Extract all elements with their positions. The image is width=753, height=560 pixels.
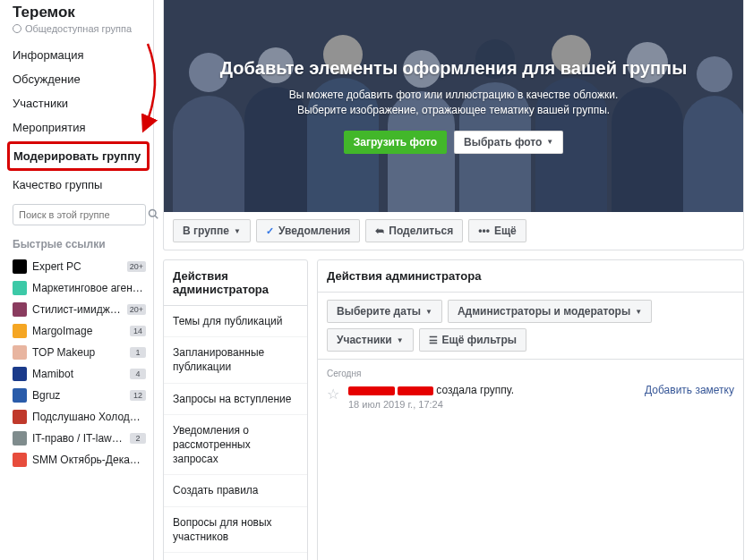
- admin-menu-item[interactable]: Вопросы для новых участников: [164, 507, 307, 553]
- quick-link-label: Expert PC: [32, 260, 122, 273]
- quick-link-item[interactable]: TOP Makeup1: [13, 342, 146, 363]
- annotation-highlight: Модерировать группу: [7, 141, 150, 171]
- admin-menu-item[interactable]: Темы для публикаций: [164, 306, 307, 337]
- chevron-down-icon: ▼: [425, 308, 432, 316]
- quick-link-icon: [13, 281, 27, 295]
- sidebar-nav: ИнформацияОбсуждениеУчастникиМероприятия…: [13, 43, 146, 197]
- quick-link-label: Mamibot: [32, 368, 124, 380]
- quick-link-badge: 20+: [127, 304, 146, 315]
- search-input[interactable]: [13, 209, 148, 220]
- action-bar: В группе ▼ ✓ Уведомления ➦ Поделиться ••…: [163, 212, 744, 250]
- admin-menu-item[interactable]: Запланированные публикации: [164, 337, 307, 383]
- upload-photo-button[interactable]: Загрузить фото: [344, 131, 447, 154]
- admin-actions-title: Действия администратора: [164, 260, 307, 306]
- quick-link-icon: [13, 259, 27, 274]
- choose-photo-button[interactable]: Выбрать фото ▼: [454, 131, 563, 154]
- quick-link-item[interactable]: Маркетинговое агентс...: [13, 277, 146, 299]
- activity-entry: ☆ создала группу. 18 июл 2019 г., 17:24 …: [327, 384, 734, 410]
- redacted-name: [398, 386, 433, 395]
- cover-area: Добавьте элементы оформления для вашей г…: [163, 0, 744, 212]
- quick-link-label: Подслушано Холодна...: [32, 411, 146, 423]
- chevron-down-icon: ▼: [635, 308, 642, 316]
- filter-dates-button[interactable]: Выберите даты ▼: [327, 300, 442, 323]
- quick-link-item[interactable]: IT-право / IT-law и д...2: [13, 428, 146, 449]
- quick-link-icon: [13, 345, 27, 360]
- quick-link-label: SMM Октябрь-Декабрь: [32, 454, 146, 466]
- share-button[interactable]: ➦ Поделиться: [365, 219, 463, 242]
- cover-desc-2: Выберите изображение, отражающее тематик…: [297, 103, 610, 118]
- quick-link-badge: 4: [130, 369, 146, 379]
- group-visibility: Общедоступная группа: [13, 23, 146, 34]
- admin-actions-content: Действия администратора Выберите даты ▼ …: [317, 259, 744, 560]
- quick-link-icon: [13, 302, 27, 317]
- activity-feed: Сегодня ☆ создала группу. 18 июл 2019 г.…: [318, 360, 743, 419]
- quick-link-item[interactable]: Mamibot4: [13, 363, 146, 385]
- sidebar-nav-item[interactable]: Модерировать группу: [13, 149, 143, 163]
- activity-text: создала группу.: [348, 384, 636, 396]
- globe-icon: [13, 24, 21, 33]
- group-visibility-label: Общедоступная группа: [25, 23, 132, 34]
- chevron-down-icon: ▼: [234, 227, 241, 235]
- notifications-button[interactable]: ✓ Уведомления: [256, 219, 360, 242]
- filter-members-button[interactable]: Участники ▼: [327, 328, 414, 352]
- add-note-link[interactable]: Добавить заметку: [645, 384, 734, 396]
- admin-menu-item[interactable]: Создать правила: [164, 475, 307, 506]
- sidebar-nav-item[interactable]: Информация: [13, 43, 146, 67]
- quick-link-item[interactable]: Expert PC20+: [13, 256, 146, 277]
- filter-admins-button[interactable]: Администраторы и модераторы ▼: [448, 300, 652, 323]
- cover-desc-1: Вы можете добавить фото или иллюстрацию …: [289, 88, 619, 103]
- quick-link-label: MargoImage: [32, 325, 124, 337]
- quick-link-icon: [13, 367, 27, 381]
- quick-links: Expert PC20+Маркетинговое агентс...Стили…: [13, 256, 146, 471]
- quick-link-badge: 12: [130, 390, 146, 401]
- filter-more-button[interactable]: ☰ Ещё фильтры: [419, 328, 526, 352]
- sidebar: Теремок Общедоступная группа ИнформацияО…: [0, 0, 154, 560]
- quick-link-label: IT-право / IT-law и д...: [32, 432, 124, 445]
- quick-link-item[interactable]: SMM Октябрь-Декабрь: [13, 449, 146, 471]
- admin-menu-item[interactable]: Уведомления о рассмотренных запросах: [164, 415, 307, 476]
- quick-link-item[interactable]: Bgruz12: [13, 385, 146, 406]
- admin-menu-item[interactable]: Запросы на вступление: [164, 384, 307, 415]
- quick-link-item[interactable]: Подслушано Холодна...: [13, 406, 146, 428]
- quick-link-label: Bgruz: [32, 389, 124, 402]
- quick-link-icon: [13, 410, 27, 424]
- quick-link-badge: 20+: [127, 261, 146, 272]
- sliders-icon: ☰: [429, 335, 438, 346]
- sidebar-nav-item[interactable]: Участники: [13, 91, 146, 115]
- activity-timestamp: 18 июл 2019 г., 17:24: [348, 399, 636, 410]
- svg-point-0: [150, 210, 157, 217]
- sidebar-nav-item[interactable]: Качество группы: [13, 173, 146, 197]
- quick-link-label: Маркетинговое агентс...: [32, 282, 146, 294]
- sidebar-nav-item[interactable]: Мероприятия: [13, 115, 146, 140]
- day-label: Сегодня: [327, 369, 734, 378]
- quick-links-title: Быстрые ссылки: [13, 238, 146, 250]
- admin-actions-content-title: Действия администратора: [318, 260, 743, 293]
- quick-link-icon: [13, 324, 27, 338]
- in-group-button[interactable]: В группе ▼: [173, 219, 251, 242]
- chevron-down-icon: ▼: [546, 138, 553, 146]
- admin-actions-panel: Действия администратора Темы для публика…: [163, 259, 308, 560]
- star-icon[interactable]: ☆: [327, 386, 339, 403]
- more-button[interactable]: ••• Ещё: [468, 219, 526, 242]
- redacted-name: [348, 386, 395, 395]
- quick-link-label: TOP Makeup: [32, 346, 124, 359]
- group-name[interactable]: Теремок: [13, 4, 146, 21]
- quick-link-item[interactable]: MargoImage14: [13, 320, 146, 342]
- checkmark-icon: ✓: [266, 225, 274, 237]
- quick-link-icon: [13, 453, 27, 467]
- svg-line-1: [155, 216, 158, 218]
- quick-link-icon: [13, 388, 27, 403]
- quick-link-item[interactable]: Стилист-имиджме...20+: [13, 299, 146, 320]
- filter-bar: Выберите даты ▼ Администраторы и модерат…: [318, 293, 743, 360]
- search-in-group[interactable]: [13, 204, 146, 225]
- quick-link-badge: 1: [130, 347, 146, 358]
- search-icon[interactable]: [148, 208, 158, 221]
- quick-link-label: Стилист-имиджме...: [32, 303, 122, 316]
- sidebar-nav-item[interactable]: Обсуждение: [13, 67, 146, 91]
- quick-link-icon: [13, 431, 27, 445]
- chevron-down-icon: ▼: [397, 336, 404, 344]
- admin-menu-item[interactable]: С жалобами от участников: [164, 553, 307, 560]
- quick-link-badge: 14: [130, 326, 146, 336]
- share-icon: ➦: [375, 225, 384, 237]
- cover-title: Добавьте элементы оформления для вашей г…: [220, 58, 687, 79]
